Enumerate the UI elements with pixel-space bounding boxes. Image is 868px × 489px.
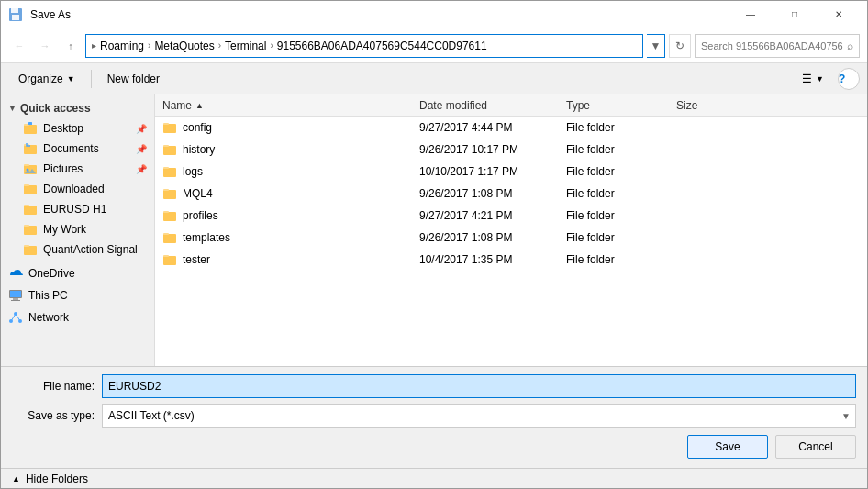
cell-name: tester bbox=[159, 252, 416, 267]
hide-folders-chevron-icon: ▲ bbox=[12, 474, 20, 483]
network-icon bbox=[8, 310, 23, 325]
svg-rect-3 bbox=[24, 125, 37, 134]
table-row[interactable]: profiles 9/27/2017 4:21 PM File folder bbox=[155, 205, 867, 227]
svg-rect-35 bbox=[163, 189, 169, 191]
sidebar-item-documents[interactable]: Documents 📌 bbox=[1, 139, 154, 159]
address-dropdown[interactable]: ▼ bbox=[647, 34, 665, 58]
table-row[interactable]: templates 9/26/2017 1:08 PM File folder bbox=[155, 227, 867, 249]
svg-rect-15 bbox=[24, 226, 37, 235]
svg-rect-1 bbox=[11, 8, 18, 13]
table-row[interactable]: logs 10/10/2017 1:17 PM File folder bbox=[155, 161, 867, 183]
sidebar-item-documents-label: Documents bbox=[43, 142, 99, 155]
downloaded-folder-icon bbox=[23, 182, 38, 196]
view-dropdown-icon: ▼ bbox=[816, 74, 824, 83]
sidebar-item-quantaction[interactable]: QuantAction Signal bbox=[1, 239, 154, 260]
svg-rect-2 bbox=[12, 15, 19, 20]
desktop-pin-icon: 📌 bbox=[136, 124, 147, 134]
col-header-name[interactable]: Name ▲ bbox=[159, 99, 416, 112]
sidebar-item-eurusd-label: EURUSD H1 bbox=[43, 203, 106, 216]
documents-folder-icon bbox=[23, 141, 38, 156]
col-header-size[interactable]: Size bbox=[673, 99, 746, 112]
col-type-label: Type bbox=[566, 99, 590, 112]
search-icon: ⌕ bbox=[847, 39, 853, 52]
quick-access-chevron-icon: ▼ bbox=[8, 104, 17, 113]
sidebar-item-eurusd[interactable]: EURUSD H1 bbox=[1, 199, 154, 219]
toolbar: Organize ▼ New folder ☰ ▼ ? bbox=[1, 63, 867, 94]
refresh-button[interactable]: ↻ bbox=[669, 34, 691, 58]
col-header-type[interactable]: Type bbox=[562, 99, 673, 112]
file-list: Name ▲ Date modified Type Size bbox=[155, 94, 867, 366]
cell-type: File folder bbox=[562, 121, 673, 134]
title-bar-left: Save As bbox=[8, 7, 71, 22]
saveas-label: Save as type: bbox=[12, 409, 95, 422]
svg-rect-37 bbox=[163, 211, 169, 213]
cell-type: File folder bbox=[562, 253, 673, 266]
help-button[interactable]: ? bbox=[838, 68, 860, 90]
sidebar-item-onedrive-label: OneDrive bbox=[28, 267, 75, 280]
path-segment-guid: 915566BA06ADA407569C544CC0D97611 bbox=[277, 39, 487, 52]
quick-access-label: Quick access bbox=[20, 102, 91, 115]
sidebar-item-onedrive[interactable]: OneDrive bbox=[1, 263, 154, 283]
table-row[interactable]: config 9/27/2017 4:44 PM File folder bbox=[155, 117, 867, 139]
address-path[interactable]: ▸ Roaming › MetaQuotes › Terminal › 9155… bbox=[85, 34, 643, 58]
organize-button[interactable]: Organize ▼ bbox=[8, 67, 85, 91]
sidebar: ▼ Quick access Desktop 📌 Documents bbox=[1, 94, 155, 366]
save-button[interactable]: Save bbox=[687, 435, 768, 459]
cell-type: File folder bbox=[562, 231, 673, 244]
view-button[interactable]: ☰ ▼ bbox=[792, 67, 834, 91]
view-icon: ☰ bbox=[802, 72, 812, 85]
minimize-button[interactable]: — bbox=[729, 1, 772, 28]
sidebar-item-mywork[interactable]: My Work bbox=[1, 219, 154, 239]
maximize-button[interactable]: □ bbox=[773, 1, 816, 28]
title-bar-controls: — □ ✕ bbox=[729, 1, 860, 28]
svg-rect-9 bbox=[24, 164, 29, 166]
svg-rect-41 bbox=[163, 255, 169, 257]
sidebar-item-thispc[interactable]: This PC bbox=[1, 285, 154, 306]
filename-input[interactable] bbox=[102, 374, 856, 398]
window-title: Save As bbox=[30, 8, 71, 21]
path-separator-3: › bbox=[270, 40, 273, 50]
sidebar-item-downloaded[interactable]: Downloaded bbox=[1, 179, 154, 199]
svg-rect-30 bbox=[163, 146, 176, 155]
cell-type: File folder bbox=[562, 143, 673, 156]
up-button[interactable]: ↑ bbox=[60, 35, 82, 57]
buttons-row: Save Cancel bbox=[12, 433, 856, 461]
svg-rect-14 bbox=[24, 205, 29, 206]
svg-rect-39 bbox=[163, 233, 169, 235]
pictures-folder-icon bbox=[23, 161, 38, 176]
table-row[interactable]: MQL4 9/26/2017 1:08 PM File folder bbox=[155, 183, 867, 205]
close-button[interactable]: ✕ bbox=[818, 1, 860, 28]
cell-name: logs bbox=[159, 164, 416, 179]
sidebar-item-network[interactable]: Network bbox=[1, 307, 154, 328]
search-input[interactable] bbox=[701, 40, 843, 51]
svg-rect-16 bbox=[24, 225, 29, 227]
sidebar-item-desktop[interactable]: Desktop 📌 bbox=[1, 118, 154, 139]
cell-date: 10/10/2017 1:17 PM bbox=[416, 165, 562, 178]
folder-icon bbox=[162, 142, 177, 157]
cell-date: 9/26/2017 10:17 PM bbox=[416, 143, 562, 156]
onedrive-icon bbox=[8, 266, 23, 281]
svg-rect-32 bbox=[163, 168, 176, 177]
table-row[interactable]: tester 10/4/2017 1:35 PM File folder bbox=[155, 249, 867, 271]
svg-rect-11 bbox=[24, 185, 37, 194]
svg-rect-34 bbox=[163, 190, 176, 199]
file-list-header: Name ▲ Date modified Type Size bbox=[155, 94, 867, 117]
forward-button[interactable]: → bbox=[34, 35, 56, 57]
back-button[interactable]: ← bbox=[8, 35, 30, 57]
search-box[interactable]: ⌕ bbox=[695, 34, 860, 58]
sidebar-item-pictures[interactable]: Pictures 📌 bbox=[1, 159, 154, 179]
hide-folders-label: Hide Folders bbox=[26, 472, 88, 485]
new-folder-button[interactable]: New folder bbox=[97, 67, 170, 91]
cancel-button[interactable]: Cancel bbox=[775, 435, 856, 459]
saveas-select[interactable]: ASCII Text (*.csv) bbox=[102, 404, 856, 428]
svg-rect-28 bbox=[163, 124, 176, 133]
sidebar-item-desktop-label: Desktop bbox=[43, 122, 83, 135]
svg-rect-36 bbox=[163, 212, 176, 221]
svg-rect-5 bbox=[28, 122, 32, 125]
col-name-label: Name bbox=[162, 99, 192, 112]
table-row[interactable]: history 9/26/2017 10:17 PM File folder bbox=[155, 139, 867, 161]
quick-access-header[interactable]: ▼ Quick access bbox=[1, 98, 154, 118]
hide-folders-bar[interactable]: ▲ Hide Folders bbox=[1, 468, 867, 488]
col-size-label: Size bbox=[676, 99, 697, 112]
col-header-date[interactable]: Date modified bbox=[416, 99, 562, 112]
